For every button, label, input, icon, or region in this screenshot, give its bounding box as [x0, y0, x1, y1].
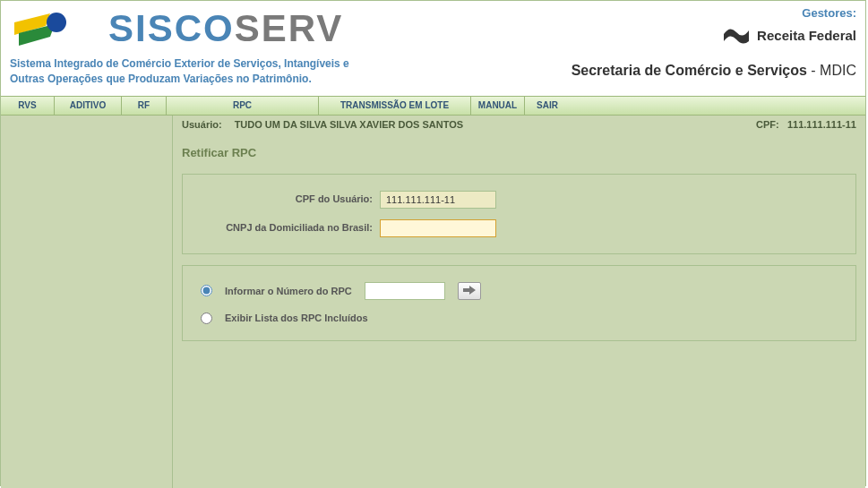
- fieldset-options: Informar o Número do RPC Exibir Lista do…: [182, 265, 856, 341]
- menu-bar: RVS ADITIVO RF RPC TRANSMISSÃO EM LOTE M…: [1, 96, 865, 116]
- cpf-value: 111.111.111-11: [787, 119, 856, 130]
- logo: SISCOSERV: [10, 6, 349, 51]
- logo-text: SISCOSERV: [108, 7, 343, 50]
- secretaria-label: Secretaria de Comércio e Serviços - MDIC: [572, 63, 856, 79]
- go-button[interactable]: [458, 282, 481, 300]
- cpf-label: CPF:: [756, 119, 779, 130]
- usuario-label: Usuário:: [182, 119, 222, 130]
- page-title: Retificar RPC: [173, 133, 865, 168]
- radio-informar-rpc[interactable]: [201, 285, 212, 296]
- cpf-usuario-input[interactable]: [380, 191, 496, 209]
- cnpj-input[interactable]: [380, 219, 496, 237]
- logo-icon: [10, 6, 99, 51]
- header: SISCOSERV Sistema Integrado de Comércio …: [1, 1, 865, 96]
- fieldset-identification: CPF do Usuário: CNPJ da Domiciliada no B…: [182, 174, 856, 254]
- svg-point-0: [47, 13, 66, 32]
- radio-informar-rpc-label: Informar o Número do RPC: [225, 286, 352, 296]
- menu-sair[interactable]: SAIR: [525, 97, 570, 115]
- radio-exibir-lista-label: Exibir Lista dos RPC Incluídos: [225, 312, 368, 323]
- header-subtitle: Sistema Integrado de Comércio Exterior d…: [10, 56, 349, 87]
- numero-rpc-input[interactable]: [365, 282, 445, 300]
- gestores-label: Gestores:: [802, 6, 856, 20]
- menu-rf[interactable]: RF: [122, 97, 167, 115]
- user-bar: Usuário: TUDO UM DA SILVA SILVA XAVIER D…: [173, 116, 865, 133]
- menu-aditivo[interactable]: ADITIVO: [55, 97, 122, 115]
- menu-transmissao[interactable]: TRANSMISSÃO EM LOTE: [319, 97, 471, 115]
- main-content: Usuário: TUDO UM DA SILVA SILVA XAVIER D…: [173, 116, 865, 488]
- cnpj-label: CNPJ da Domiciliada no Brasil:: [201, 221, 380, 234]
- arrow-right-icon: [463, 284, 476, 297]
- sidebar: [1, 116, 173, 488]
- usuario-value: TUDO UM DA SILVA SILVA XAVIER DOS SANTOS: [235, 119, 463, 130]
- menu-rpc[interactable]: RPC: [167, 97, 319, 115]
- radio-exibir-lista[interactable]: [201, 312, 212, 324]
- menu-manual[interactable]: MANUAL: [471, 97, 525, 115]
- menu-rvs[interactable]: RVS: [1, 97, 55, 115]
- cpf-usuario-label: CPF do Usuário:: [201, 193, 380, 205]
- receita-federal-logo: Receita Federal: [721, 23, 856, 47]
